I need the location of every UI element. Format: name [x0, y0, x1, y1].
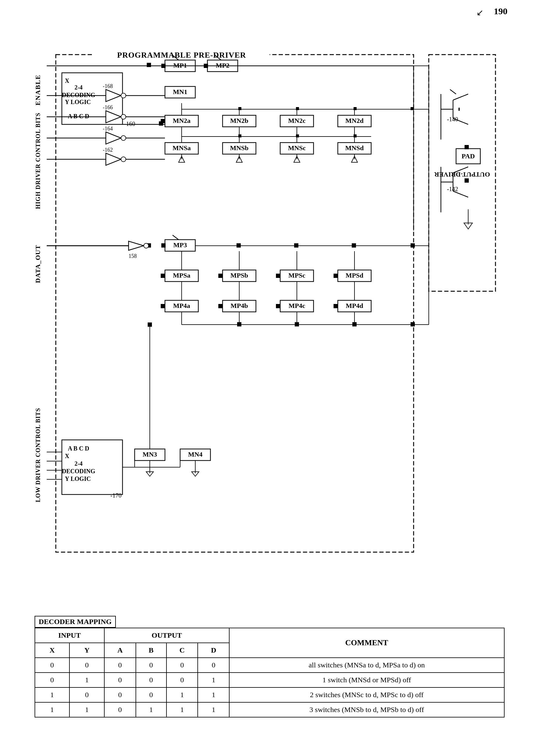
- svg-text:MN4: MN4: [188, 451, 203, 458]
- cell-b-1: 0: [136, 672, 166, 688]
- svg-text:PROGRAMMABLE PRE-DRIVER: PROGRAMMABLE PRE-DRIVER: [117, 51, 246, 59]
- table-row: 1101113 switches (MNSb to d, MPSb to d) …: [35, 702, 504, 717]
- svg-text:HIGH DRIVER CONTROL BITS: HIGH DRIVER CONTROL BITS: [35, 112, 41, 209]
- table-row: 0100011 switch (MNSd or MPSd) off: [35, 672, 504, 688]
- svg-text:MN2b: MN2b: [230, 117, 248, 124]
- svg-line-186: [453, 94, 468, 100]
- svg-rect-152: [237, 322, 241, 326]
- svg-text:MNSd: MNSd: [345, 144, 364, 152]
- svg-text:MPSc: MPSc: [288, 271, 305, 279]
- svg-text:X: X: [65, 453, 69, 459]
- col-a-header: A: [104, 643, 136, 658]
- cell-c-3: 1: [166, 702, 198, 717]
- svg-text:-162: -162: [103, 147, 113, 153]
- svg-text:X: X: [65, 78, 69, 84]
- ref-arrow: ↙: [477, 8, 483, 17]
- svg-rect-132: [218, 304, 223, 308]
- cell-b-2: 0: [136, 688, 166, 702]
- svg-rect-153: [295, 322, 299, 326]
- svg-text:MN2d: MN2d: [345, 117, 364, 124]
- cell-x-3: 1: [35, 702, 70, 717]
- svg-marker-60: [106, 153, 121, 165]
- svg-rect-113: [352, 243, 356, 248]
- svg-text:A B C D: A B C D: [68, 445, 89, 452]
- svg-text:Y  LOGIC: Y LOGIC: [65, 475, 91, 482]
- svg-rect-138: [334, 304, 338, 308]
- cell-c-0: 0: [166, 658, 198, 672]
- cell-y-1: 1: [69, 672, 104, 688]
- svg-rect-87: [410, 107, 413, 110]
- svg-text:MP1: MP1: [173, 62, 187, 69]
- svg-rect-120: [218, 273, 223, 278]
- svg-point-61: [121, 157, 126, 162]
- cell-comment-0: all switches (MNSa to d, MPSa to d) on: [229, 658, 504, 672]
- svg-text:MN1: MN1: [173, 88, 187, 96]
- svg-rect-67: [159, 121, 163, 125]
- svg-text:Y  LOGIC: Y LOGIC: [65, 99, 91, 105]
- svg-text:2-4: 2-4: [74, 84, 82, 91]
- col-c-header: C: [166, 643, 198, 658]
- svg-point-52: [121, 93, 126, 98]
- svg-rect-108: [161, 243, 166, 248]
- col-d-header: D: [198, 643, 229, 658]
- col-y-header: Y: [69, 643, 104, 658]
- svg-text:MP4b: MP4b: [230, 302, 248, 309]
- svg-rect-199: [464, 179, 469, 183]
- cell-d-0: 0: [198, 658, 229, 672]
- svg-text:MP4d: MP4d: [346, 302, 363, 309]
- decoder-mapping-title: DECODER MAPPING: [35, 616, 116, 628]
- svg-rect-123: [276, 273, 280, 278]
- svg-rect-135: [276, 304, 280, 308]
- svg-rect-192: [464, 145, 469, 149]
- svg-text:-164: -164: [103, 125, 113, 132]
- svg-rect-91: [353, 135, 356, 138]
- cell-d-1: 1: [198, 672, 229, 688]
- header-comment: COMMENT: [229, 628, 504, 658]
- cell-a-1: 0: [104, 672, 136, 688]
- cell-y-3: 1: [69, 702, 104, 717]
- svg-rect-112: [294, 243, 298, 248]
- decoder-table: INPUT OUTPUT COMMENT X Y A B C D 000000a…: [35, 628, 505, 717]
- table-row: 000000all switches (MNSa to d, MPSa to d…: [35, 658, 504, 672]
- svg-text:LOW DRIVER CONTROL BITS: LOW DRIVER CONTROL BITS: [35, 408, 41, 502]
- cell-comment-1: 1 switch (MNSd or MPSd) off: [229, 672, 504, 688]
- svg-text:158: 158: [128, 253, 137, 259]
- svg-rect-181: [148, 322, 152, 327]
- cell-c-2: 1: [166, 688, 198, 702]
- svg-text:PAD: PAD: [461, 152, 475, 160]
- svg-rect-89: [238, 135, 241, 138]
- col-x-header: X: [35, 643, 70, 658]
- svg-text:MN3: MN3: [143, 451, 157, 458]
- cell-y-0: 0: [69, 658, 104, 672]
- svg-text:-140: -140: [447, 116, 458, 122]
- svg-text:A B C D: A B C D: [68, 113, 89, 119]
- svg-rect-65: [161, 64, 166, 68]
- svg-rect-69: [147, 63, 151, 67]
- cell-c-1: 0: [166, 672, 198, 688]
- table-row: 1000112 switches (MNSc to d, MPSc to d) …: [35, 688, 504, 702]
- cell-x-0: 0: [35, 658, 70, 672]
- svg-point-55: [121, 114, 126, 119]
- svg-text:DECODING: DECODING: [62, 468, 95, 474]
- svg-text:2-4: 2-4: [74, 460, 82, 467]
- svg-text:MP4a: MP4a: [173, 302, 190, 309]
- svg-text:MNSc: MNSc: [288, 144, 306, 152]
- svg-rect-154: [352, 322, 356, 326]
- svg-point-58: [121, 136, 126, 141]
- table-section: DECODER MAPPING INPUT OUTPUT COMMENT X Y…: [35, 616, 505, 717]
- cell-b-0: 0: [136, 658, 166, 672]
- svg-text:MPSb: MPSb: [230, 271, 248, 279]
- svg-rect-117: [161, 273, 165, 278]
- svg-rect-81: [296, 107, 299, 110]
- cell-x-2: 1: [35, 688, 70, 702]
- svg-line-109: [172, 235, 179, 240]
- svg-text:-142: -142: [447, 186, 458, 192]
- svg-text:DECODING: DECODING: [62, 92, 95, 98]
- cell-d-3: 1: [198, 702, 229, 717]
- svg-text:MPSa: MPSa: [173, 271, 190, 279]
- svg-rect-90: [296, 135, 299, 138]
- header-input: INPUT: [35, 628, 104, 643]
- cell-a-2: 0: [104, 688, 136, 702]
- svg-text:-160: -160: [124, 120, 135, 127]
- svg-text:-168: -168: [103, 83, 113, 89]
